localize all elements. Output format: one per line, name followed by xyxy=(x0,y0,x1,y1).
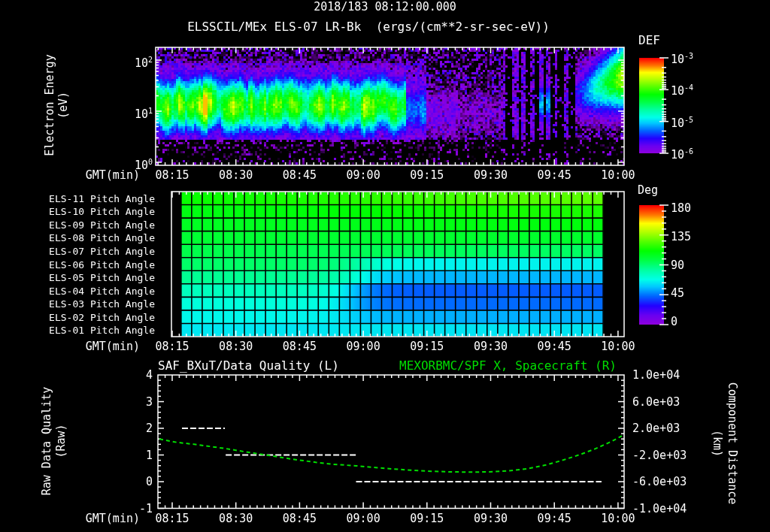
spec-ytick-10e2-exponent: 2 xyxy=(148,56,153,64)
time-label-pitch-1: 08:30 xyxy=(206,340,266,353)
time-label-pitch-7: 10:00 xyxy=(588,340,648,353)
quality-ytick-left-1: 1 xyxy=(115,449,153,462)
def-cbtick-10e-6-exponent: -6 xyxy=(684,147,693,156)
time-label-quality-5: 09:30 xyxy=(461,512,521,525)
time-label-spectrogram-4: 09:15 xyxy=(397,168,457,182)
row-label-els-5: ELS-05 Pitch Angle xyxy=(5,271,155,285)
time-label-pitch-3: 09:00 xyxy=(333,340,393,353)
row-label-els-3: ELS-03 Pitch Angle xyxy=(5,298,155,311)
time-label-quality-4: 09:15 xyxy=(397,512,457,525)
row-label-els-2: ELS-02 Pitch Angle xyxy=(5,311,155,325)
deg-cbtick-45: 45 xyxy=(671,286,684,300)
spec-ytick-10e1: 101 xyxy=(109,104,153,121)
quality-ytick-right-0: 1.0e+04 xyxy=(632,368,680,382)
time-label-spectrogram-3: 09:00 xyxy=(333,168,393,182)
row-label-els-4: ELS-04 Pitch Angle xyxy=(5,285,155,298)
deg-cbtick-180: 180 xyxy=(671,201,691,215)
quality-title-left: SAF_BXuT/Data Quality (L) xyxy=(158,359,339,373)
time-label-spectrogram-7: 10:00 xyxy=(588,168,648,182)
time-label-quality-1: 08:30 xyxy=(206,512,266,525)
time-label-pitch-0: 08:15 xyxy=(142,340,202,353)
spec-ytick-10e0: 100 xyxy=(109,156,153,172)
deg-cbtick-90: 90 xyxy=(671,258,684,272)
row-label-els-10: ELS-10 Pitch Angle xyxy=(5,205,155,219)
row-label-els-11: ELS-11 Pitch Angle xyxy=(5,192,155,206)
title-instrument: ELSSCIL/MEx ELS-07 LR-Bk (ergs/(cm**2-sr… xyxy=(96,20,641,34)
quality-ytick-right-1: 6.0e+03 xyxy=(632,395,680,409)
quality-y-axis-label: Raw Data Quality xyxy=(40,387,53,496)
def-cbtick-10e-6: 10-6 xyxy=(671,145,693,162)
row-label-els-8: ELS-08 Pitch Angle xyxy=(5,231,155,245)
time-label-quality-3: 09:00 xyxy=(333,512,393,525)
time-label-pitch-4: 09:15 xyxy=(397,340,457,353)
time-label-pitch-6: 09:45 xyxy=(524,340,584,353)
distance-y-axis-label: Component Distance xyxy=(726,382,739,505)
title-datetime: 2018/183 08:12:00.000 xyxy=(0,0,770,14)
distance-y-axis-units: (km) xyxy=(711,430,724,457)
time-label-quality-2: 08:45 xyxy=(269,512,329,525)
quality-ytick-right-3: -2.0e+03 xyxy=(632,449,687,462)
quality-ytick-left-4: 4 xyxy=(115,368,153,382)
quality-ytick-right-2: 2.0e+03 xyxy=(632,422,680,435)
spectrogram-y-axis-label: Electron Energy xyxy=(43,54,56,156)
time-label-pitch-2: 08:45 xyxy=(269,340,329,353)
quality-title-right: MEXORBMC/SPF X, Spacecraft (R) xyxy=(399,359,617,373)
time-label-spectrogram-1: 08:30 xyxy=(206,168,266,182)
quality-ytick-left-2: 2 xyxy=(115,422,153,435)
quality-ytick-left-3: 3 xyxy=(115,395,153,409)
row-label-els-7: ELS-07 Pitch Angle xyxy=(5,245,155,258)
time-label-pitch-5: 09:30 xyxy=(461,340,521,353)
quality-y-axis-units: (Raw) xyxy=(54,424,68,458)
time-label-quality-6: 09:45 xyxy=(524,512,584,525)
time-label-spectrogram-6: 09:45 xyxy=(524,168,584,182)
def-cbtick-10e-3: 10-3 xyxy=(671,50,693,66)
time-label-spectrogram-2: 08:45 xyxy=(269,168,329,182)
row-label-els-1: ELS-01 Pitch Angle xyxy=(5,324,155,337)
spec-ytick-10e1-exponent: 1 xyxy=(148,107,153,115)
spectrogram-y-axis-units: (eV) xyxy=(56,92,70,119)
row-label-els-9: ELS-09 Pitch Angle xyxy=(5,219,155,232)
quality-ytick-right-5: -1.0e+04 xyxy=(632,502,687,515)
spec-ytick-10e0-exponent: 0 xyxy=(148,158,153,166)
colorbar-def-title: DEF xyxy=(638,34,660,47)
colorbar-deg-title: Deg xyxy=(638,183,658,197)
def-cbtick-10e-3-exponent: -3 xyxy=(684,52,693,60)
quality-ytick-right-4: -6.0e+03 xyxy=(632,475,687,488)
spec-ytick-10e2: 102 xyxy=(109,53,153,70)
def-cbtick-10e-4: 10-4 xyxy=(671,81,693,98)
deg-cbtick-0: 0 xyxy=(671,315,678,328)
quality-ytick-left-0: 0 xyxy=(115,475,153,488)
time-label-spectrogram-5: 09:30 xyxy=(461,168,521,182)
def-cbtick-10e-5-exponent: -5 xyxy=(684,116,693,124)
gmt-label-pitch: GMT(min) xyxy=(65,340,140,353)
row-label-els-6: ELS-06 Pitch Angle xyxy=(5,258,155,272)
deg-cbtick-135: 135 xyxy=(671,230,691,243)
def-cbtick-10e-5: 10-5 xyxy=(671,113,693,130)
def-cbtick-10e-4-exponent: -4 xyxy=(684,83,693,92)
quality-ytick-left--1: -1 xyxy=(115,502,153,515)
plot-screen: 2018/183 08:12:00.000 ELSSCIL/MEx ELS-07… xyxy=(0,0,770,532)
